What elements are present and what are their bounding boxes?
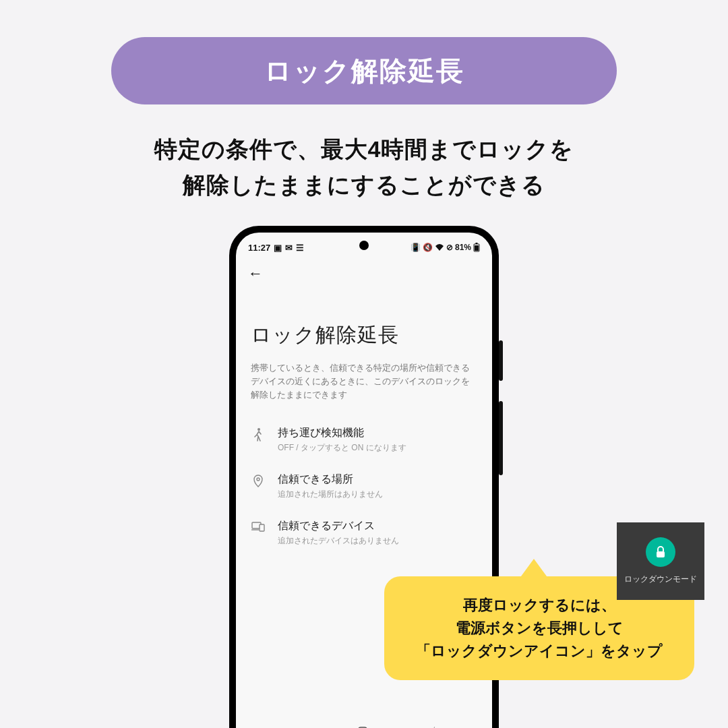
- status-notification-icon: ▣: [274, 243, 282, 253]
- row-secondary: 追加されたデバイスはありません: [278, 535, 399, 547]
- row-secondary: 追加された場所はありません: [278, 489, 383, 500]
- devices-icon: [251, 521, 266, 532]
- subtitle-line-2: 解除したままにすることができる: [0, 167, 728, 203]
- status-message-icon: ✉: [285, 243, 293, 253]
- lock-icon: [646, 537, 675, 567]
- svg-rect-1: [475, 245, 479, 251]
- phone-camera-cutout: [359, 241, 369, 250]
- setting-row-carry-detection[interactable]: 持ち運び検知機能 OFF / タップすると ON になります: [236, 417, 492, 463]
- location-pin-icon: [251, 475, 266, 488]
- svg-rect-6: [260, 524, 264, 531]
- phone-side-button: [499, 401, 503, 475]
- svg-point-3: [257, 428, 260, 431]
- phone-side-button: [499, 340, 503, 381]
- back-button[interactable]: ←: [248, 265, 263, 282]
- row-secondary: OFF / タップすると ON になります: [278, 442, 406, 454]
- battery-icon: [473, 243, 480, 252]
- row-primary: 持ち運び検知機能: [278, 426, 406, 440]
- lockdown-mode-tile[interactable]: ロックダウンモード: [617, 522, 704, 600]
- status-left: 11:27 ▣ ✉ ☰: [248, 243, 304, 253]
- page-description: 携帯しているとき、信頼できる特定の場所や信頼できるデバイスの近くにあるときに、こ…: [236, 361, 492, 417]
- system-nav-bar: ||| 〈: [236, 720, 492, 728]
- no-sim-icon: ⊘: [446, 243, 453, 252]
- nav-home-button[interactable]: [357, 726, 368, 729]
- page-title: ロック解除延長: [236, 288, 492, 361]
- setting-row-trusted-devices[interactable]: 信頼できるデバイス 追加されたデバイスはありません: [236, 510, 492, 556]
- row-primary: 信頼できる場所: [278, 473, 383, 487]
- battery-text: 81%: [455, 243, 471, 252]
- wifi-icon: [435, 243, 444, 251]
- setting-row-trusted-places[interactable]: 信頼できる場所 追加された場所はありません: [236, 463, 492, 510]
- nav-back-button[interactable]: 〈: [425, 725, 436, 728]
- status-time: 11:27: [248, 243, 270, 253]
- header-pill-text: ロック解除延長: [264, 53, 464, 90]
- app-bar: ←: [236, 255, 492, 288]
- subtitle-line-1: 特定の条件で、最大4時間までロックを: [0, 131, 728, 167]
- vibrate-icon: 📳: [411, 243, 421, 252]
- svg-rect-9: [657, 551, 665, 557]
- bubble-line-2: 電源ボタンを長押しして: [398, 617, 681, 640]
- header-subtitle: 特定の条件で、最大4時間までロックを 解除したままにすることができる: [0, 131, 728, 202]
- bubble-line-3: 「ロックダウンアイコン」をタップ: [398, 640, 681, 663]
- lockdown-label: ロックダウンモード: [624, 574, 697, 585]
- status-right: 📳 🔇 ⊘ 81%: [411, 243, 480, 252]
- svg-rect-2: [476, 243, 478, 244]
- row-primary: 信頼できるデバイス: [278, 519, 399, 533]
- mute-icon: 🔇: [423, 243, 433, 252]
- walk-icon: [251, 428, 266, 442]
- svg-point-4: [257, 478, 260, 481]
- status-chat-icon: ☰: [296, 243, 304, 253]
- header-pill: ロック解除延長: [111, 37, 617, 104]
